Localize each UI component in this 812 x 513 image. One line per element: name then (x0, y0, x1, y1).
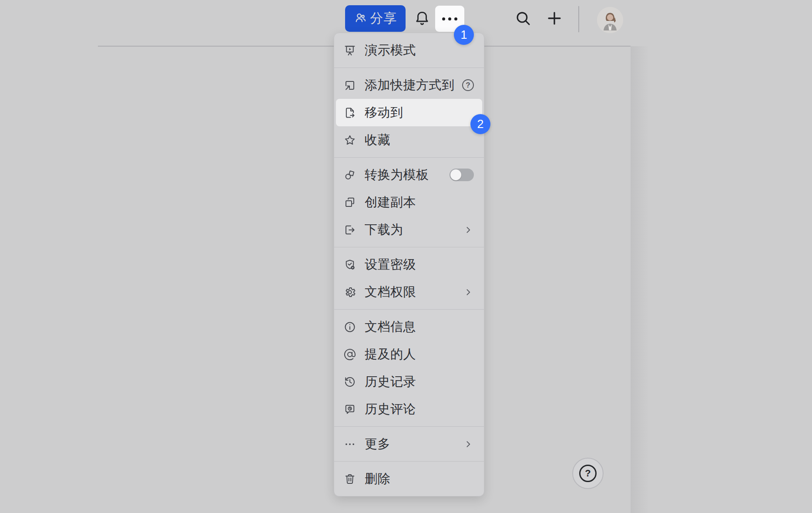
chevron-right-icon (463, 439, 474, 450)
star-icon (343, 134, 356, 147)
user-photo (597, 27, 623, 33)
template-icon (343, 169, 356, 182)
gear-icon (343, 286, 356, 299)
search-icon (514, 9, 532, 29)
menu-item-label: 转换为模板 (365, 166, 429, 184)
notifications-button[interactable] (412, 9, 433, 30)
menu-item-label: 历史评论 (365, 401, 416, 418)
menu-section: 更多 (334, 427, 484, 461)
menu-section: 添加快捷方式到?移动到收藏 (334, 68, 484, 157)
menu-item-label: 删除 (365, 470, 390, 488)
menu-item-delete[interactable]: 删除 (334, 465, 484, 493)
menu-section: 删除 (334, 462, 484, 496)
help-circle-icon[interactable]: ? (462, 79, 474, 91)
info-icon (343, 321, 356, 334)
menu-item-label: 创建副本 (365, 194, 416, 211)
menu-item-download-as[interactable]: 下载为 (334, 216, 484, 243)
toolbar-divider (578, 6, 579, 32)
plus-icon (545, 9, 564, 29)
step-badge-1: 1 (454, 25, 474, 45)
menu-item-convert-to-template[interactable]: 转换为模板 (334, 161, 484, 189)
chevron-right-icon (463, 287, 474, 298)
bell-icon (413, 10, 431, 29)
download-icon (343, 223, 356, 236)
ellipsis-icon (442, 17, 457, 20)
context-menu: 演示模式添加快捷方式到?移动到收藏转换为模板创建副本下载为设置密级文档权限文档信… (334, 33, 484, 496)
menu-item-label: 设置密级 (365, 256, 416, 273)
menu-item-label: 添加快捷方式到 (365, 77, 455, 94)
menu-item-doc-info[interactable]: 文档信息 (334, 313, 484, 341)
question-mark-icon: ? (579, 465, 597, 482)
help-floating-button[interactable]: ? (572, 458, 604, 489)
content-right-edge (631, 46, 649, 513)
menu-item-label: 下载为 (365, 221, 403, 239)
menu-section: 设置密级文档权限 (334, 247, 484, 309)
menu-item-label: 文档信息 (365, 318, 416, 336)
move-icon (343, 106, 356, 119)
menu-item-mentioned-people[interactable]: 提及的人 (334, 341, 484, 368)
menu-item-set-security-level[interactable]: 设置密级 (334, 251, 484, 278)
toggle-knob (450, 169, 461, 180)
search-button[interactable] (513, 9, 534, 30)
share-button-label: 分享 (370, 10, 397, 27)
mention-icon (343, 348, 356, 361)
menu-item-doc-permission[interactable]: 文档权限 (334, 278, 484, 306)
menu-item-more[interactable]: 更多 (334, 430, 484, 458)
user-avatar[interactable] (597, 7, 623, 33)
chevron-right-icon (463, 224, 474, 236)
menu-item-label: 提及的人 (365, 346, 416, 363)
security-icon (343, 258, 356, 271)
app-root: 分享 (0, 0, 812, 513)
menu-section: 转换为模板创建副本下载为 (334, 158, 484, 247)
menu-item-move-to[interactable]: 移动到 (336, 99, 482, 126)
menu-item-history[interactable]: 历史记录 (334, 368, 484, 395)
menu-item-add-shortcut-to[interactable]: 添加快捷方式到? (334, 71, 484, 99)
menu-item-label: 历史记录 (365, 373, 416, 391)
menu-item-duplicate[interactable]: 创建副本 (334, 189, 484, 216)
menu-item-comment-history[interactable]: 历史评论 (334, 395, 484, 423)
menu-section: 文档信息提及的人历史记录历史评论 (334, 310, 484, 426)
share-button[interactable]: 分享 (345, 5, 406, 32)
more-icon (343, 438, 356, 451)
trash-icon (343, 472, 356, 486)
presentation-icon (343, 44, 356, 57)
menu-item-label: 演示模式 (365, 42, 416, 59)
menu-item-label: 移动到 (365, 104, 403, 122)
shortcut-icon (343, 79, 356, 92)
create-new-button[interactable] (544, 9, 565, 30)
history-icon (343, 375, 356, 388)
copy-icon (343, 196, 356, 209)
template-toggle-switch[interactable] (450, 169, 474, 181)
share-people-icon (354, 11, 367, 26)
step-badge-2: 2 (470, 114, 490, 134)
menu-item-label: 文档权限 (365, 284, 416, 301)
menu-item-label: 更多 (365, 435, 390, 453)
menu-item-label: 收藏 (365, 132, 390, 149)
menu-item-favorite[interactable]: 收藏 (334, 126, 484, 154)
comment-history-icon (343, 403, 356, 416)
